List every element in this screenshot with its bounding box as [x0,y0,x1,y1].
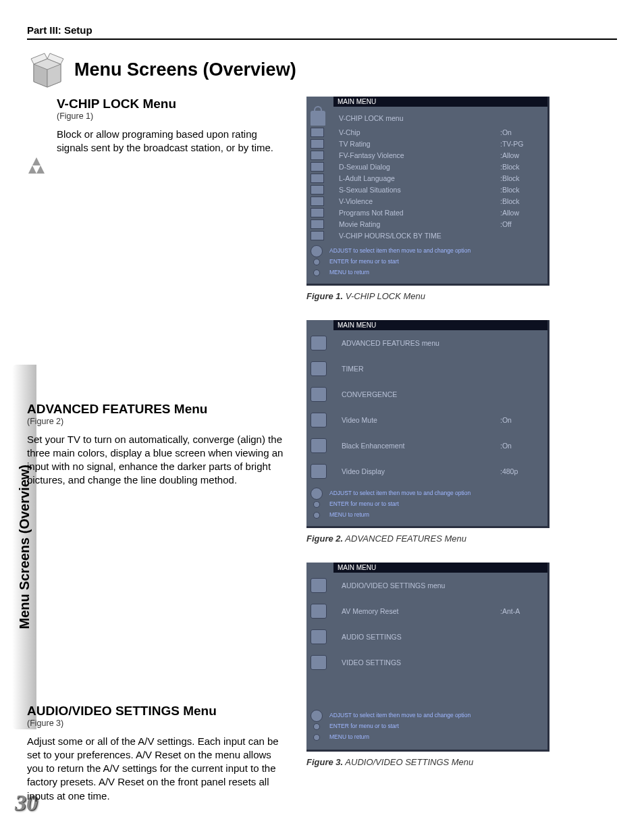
mitsubishi-logo-icon [23,156,50,183]
svg-marker-5 [32,157,41,165]
menu-item-label: V-Chip [339,128,500,136]
svg-marker-7 [36,165,45,174]
menu-item[interactable]: AV Memory Reset:Ant-A [306,598,547,624]
menu-item-icon [311,162,324,172]
av-figref: (Figure 3) [27,719,290,728]
menu-item-label: AV Memory Reset [342,607,500,615]
button-icon [313,501,320,508]
menu-item[interactable]: Programs Not Rated:Allow [306,207,547,219]
dpad-icon [311,488,323,500]
hint-block: ADJUST to select item then move to and c… [306,484,547,526]
vchip-figref: (Figure 1) [57,111,290,121]
section-av: AUDIO/VIDEO SETTINGS Menu (Figure 3) Adj… [27,704,290,803]
menu-item-icon [311,197,324,206]
hint-menu: MENU to return [329,734,369,741]
menu-item[interactable]: V-Chip:On [306,127,547,138]
menu-icon [311,578,327,593]
menu-item[interactable]: AUDIO SETTINGS [306,624,547,650]
hint-adjust: ADJUST to select item then move to and c… [329,490,471,497]
menu-item[interactable]: V-CHIP HOURS/LOCK BY TIME [306,230,547,242]
menu-item-label: S-Sexual Situations [339,186,500,194]
menu-item-icon [311,208,324,217]
menu-item-icon [311,387,327,402]
button-icon [313,259,320,265]
menu-title: MAIN MENU [333,320,547,330]
menu-item-label: TIMER [342,365,500,373]
hint-enter: ENTER for menu or to start [329,501,399,508]
menu-item-label: V-Violence [339,197,500,205]
menu-item-icon [311,185,324,194]
menu-item-label: L-Adult Language [339,174,500,182]
menu-item[interactable]: V-Violence:Block [306,196,547,207]
advanced-figref: (Figure 2) [27,417,290,426]
hint-enter: ENTER for menu or to start [329,259,399,265]
figure-2-screenshot: MAIN MENU ADVANCED FEATURES menu TIMERCO… [306,320,549,528]
menu-item-value: :Block [500,163,541,171]
av-body: Adjust some or all of the A/V settings. … [27,735,290,803]
button-icon [313,734,320,741]
menu-item[interactable]: Black Enhancement:On [306,433,547,459]
hint-adjust: ADJUST to select item then move to and c… [329,712,471,719]
menu-item-icon [311,604,327,619]
part-header: Part III: Setup [27,24,617,40]
menu-item-label: VIDEO SETTINGS [342,658,500,667]
menu-item-icon [311,128,324,137]
menu-item[interactable]: D-Sexual Dialog:Block [306,161,547,173]
figure-3-caption: Figure 3. AUDIO/VIDEO SETTINGS Menu [306,757,617,767]
menu-item-value: :Ant-A [500,607,541,615]
menu-item[interactable]: Video Mute:On [306,407,547,433]
menu-title: MAIN MENU [333,97,547,107]
section-vchip: V-CHIP LOCK Menu (Figure 1) Block or all… [57,97,290,155]
svg-marker-6 [28,165,36,174]
menu-item[interactable]: Movie Rating:Off [306,219,547,230]
button-icon [313,723,320,730]
menu-item-icon [311,413,327,427]
menu-item-label: AUDIO SETTINGS [342,633,500,641]
lock-icon [311,111,325,126]
menu-item[interactable]: Video Display:480p [306,459,547,484]
menu-item[interactable]: S-Sexual Situations:Block [306,184,547,196]
menu-item[interactable]: FV-Fantasy Violence:Allow [306,150,547,161]
button-icon [313,512,320,519]
hint-menu: MENU to return [329,512,369,519]
menu-item-label: FV-Fantasy Violence [339,151,500,159]
menu-item-icon [311,139,324,149]
menu-item-value: :On [500,416,541,424]
menu-item[interactable]: VIDEO SETTINGS [306,650,547,675]
menu-item-value: :Block [500,174,541,182]
section-advanced: ADVANCED FEATURES Menu (Figure 2) Set yo… [27,402,290,488]
menu-item-value: :Block [500,197,541,205]
menu-item-label: CONVERGENCE [342,390,500,398]
menu-item-value: :TV-PG [500,140,541,148]
figure-1-screenshot: MAIN MENU V-CHIP LOCK menu V-Chip:OnTV R… [306,97,549,286]
menu-item-label: Movie Rating [339,220,500,228]
menu-item-value: :Allow [500,209,541,217]
menu-item-value: :Allow [500,151,541,159]
menu-item-icon [311,361,327,376]
menu-subtitle: ADVANCED FEATURES menu [342,339,541,347]
menu-title: MAIN MENU [333,563,547,573]
menu-item-icon [311,219,324,229]
menu-item-label: V-CHIP HOURS/LOCK BY TIME [339,232,500,240]
advanced-body: Set your TV to turn on automatically, co… [27,433,290,488]
page-title: Menu Screens (Overview) [74,59,296,80]
menu-item-icon [311,174,324,183]
menu-item[interactable]: CONVERGENCE [306,382,547,407]
menu-item[interactable]: TV Rating:TV-PG [306,138,547,150]
dpad-icon [311,245,323,257]
menu-item-icon [311,655,327,670]
menu-subtitle: V-CHIP LOCK menu [339,114,541,122]
figure-1-caption: Figure 1. V-CHIP LOCK Menu [306,291,617,301]
open-box-icon [27,49,68,90]
menu-item[interactable]: TIMER [306,356,547,382]
menu-item[interactable]: L-Adult Language:Block [306,173,547,184]
button-icon [313,269,320,276]
menu-item-value: :On [500,128,541,136]
menu-item-value: :Off [500,220,541,228]
menu-item-value: :480p [500,467,541,475]
figure-2-caption: Figure 2. ADVANCED FEATURES Menu [306,533,617,544]
hint-enter: ENTER for menu or to start [329,723,399,730]
hint-menu: MENU to return [329,269,369,276]
menu-item-icon [311,438,327,453]
menu-icon [311,336,327,350]
